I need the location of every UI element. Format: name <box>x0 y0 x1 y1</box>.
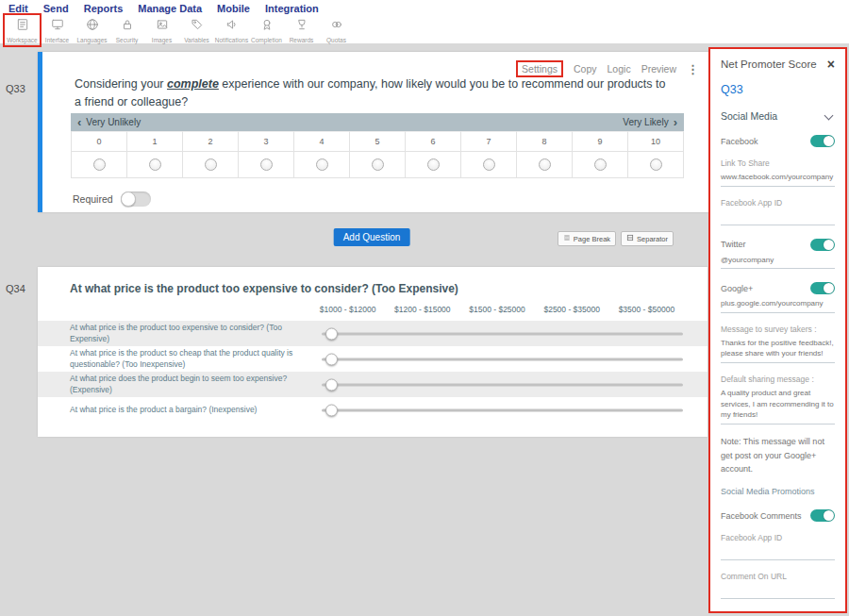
menu-reports[interactable]: Reports <box>84 3 124 14</box>
nps-radio[interactable] <box>594 158 607 171</box>
toolbar-item-completion[interactable]: Completion <box>249 15 284 45</box>
menu-mobile[interactable]: Mobile <box>217 3 250 14</box>
nps-value-cell: 10 <box>628 131 684 152</box>
toolbar-item-images[interactable]: Images <box>144 15 179 45</box>
slider-handle[interactable] <box>325 353 338 365</box>
facebook-toggle[interactable] <box>810 135 835 147</box>
survey-takers-message-input[interactable]: Thanks for the positive feedback!, pleas… <box>721 338 835 363</box>
add-question-button[interactable]: Add Question <box>334 228 410 246</box>
menu-manage-data[interactable]: Manage Data <box>138 3 202 14</box>
comment-on-url-input[interactable] <box>721 585 835 599</box>
facebook-comments-toggle[interactable] <box>810 509 835 522</box>
toolbar-item-label: Rewards <box>290 37 314 43</box>
toolbar: Workspace Interface Languages Security I… <box>0 15 849 45</box>
nps-radio-row <box>71 152 684 178</box>
price-slider[interactable] <box>322 321 683 346</box>
slider-handle[interactable] <box>325 378 338 391</box>
toolbar-item-security[interactable]: Security <box>109 15 144 45</box>
promotions-heading: Social Media Promotions <box>721 487 835 496</box>
question-text-pre: Considering your <box>75 77 167 91</box>
toolbar-item-quotas[interactable]: Quotas <box>319 15 354 45</box>
toolbar-item-label: Languages <box>76 37 107 43</box>
facebook-app-id-label: Facebook App ID <box>721 198 835 208</box>
logic-button[interactable]: Logic <box>608 63 631 75</box>
facebook-label: Facebook <box>721 137 758 146</box>
toolbar-item-interface[interactable]: Interface <box>40 15 75 45</box>
nps-scale: ‹ Very Unlikely Very Likely › 0 1 2 3 4 … <box>71 113 684 178</box>
price-column: $1200 - $15000 <box>385 305 459 314</box>
toolbar-item-notifications[interactable]: Notifications <box>214 15 249 45</box>
nps-radio[interactable] <box>372 158 384 171</box>
menu-edit[interactable]: Edit <box>8 3 28 14</box>
page-break-icon <box>563 234 571 243</box>
chevron-left-icon[interactable]: ‹ <box>77 116 81 128</box>
workspace-icon <box>16 18 29 35</box>
nps-radio[interactable] <box>650 158 662 171</box>
price-column: $2500 - $35000 <box>535 305 609 314</box>
nps-scale-header: ‹ Very Unlikely Very Likely › <box>71 113 684 131</box>
survey-editor-app: Edit Send Reports Manage Data Mobile Int… <box>0 0 849 616</box>
default-sharing-message-input[interactable]: A quality product and great services, I … <box>721 388 835 425</box>
row-label: At what price does the product begin to … <box>70 374 322 395</box>
question-text: Considering your complete experience wit… <box>75 75 669 111</box>
nps-radio[interactable] <box>427 158 440 171</box>
nps-radio-cell <box>406 152 461 178</box>
insert-options: Page Break Separator <box>558 231 674 246</box>
twitter-toggle[interactable] <box>810 239 835 251</box>
google-plus-url-input[interactable]: plus.google.com/yourcompany <box>721 298 835 313</box>
nps-radio[interactable] <box>93 158 106 171</box>
toolbar-item-workspace[interactable]: Workspace <box>5 15 40 45</box>
row-label: At what price is the product too expensi… <box>70 323 322 344</box>
nps-radio[interactable] <box>205 158 217 171</box>
price-slider[interactable] <box>322 372 683 397</box>
settings-panel: Net Promoter Score × Q33 Social Media Fa… <box>708 47 847 613</box>
toolbar-item-label: Images <box>152 37 172 43</box>
table-row: At what price is the product so cheap th… <box>38 346 708 372</box>
quotas-icon <box>330 18 343 35</box>
nps-value-cell: 7 <box>461 131 517 152</box>
page-break-label: Page Break <box>574 235 610 243</box>
notifications-icon <box>225 18 239 35</box>
scale-left-group: ‹ Very Unlikely <box>77 116 141 128</box>
more-menu-icon[interactable]: ⋮ <box>687 62 699 76</box>
facebook-app-id-input[interactable] <box>721 211 835 225</box>
link-to-share-input[interactable]: www.facebook.com/yourcompany <box>721 172 835 187</box>
preview-button[interactable]: Preview <box>641 63 676 75</box>
slider-handle[interactable] <box>325 327 338 340</box>
twitter-handle-input[interactable]: @yourcompany <box>721 255 835 270</box>
toolbar-item-label: Completion <box>251 37 282 43</box>
slider-track <box>322 332 683 335</box>
table-row: At what price is the product too expensi… <box>38 321 708 346</box>
nps-value-cell: 5 <box>350 131 406 152</box>
nps-radio[interactable] <box>316 158 328 171</box>
menu-integration[interactable]: Integration <box>265 3 319 14</box>
required-toggle[interactable] <box>121 191 151 207</box>
price-slider[interactable] <box>322 397 683 423</box>
slider-handle[interactable] <box>325 404 338 416</box>
close-icon[interactable]: × <box>827 58 835 71</box>
embed-twitter-timeline-toggle[interactable] <box>810 612 835 613</box>
nps-radio[interactable] <box>149 158 161 171</box>
google-plus-toggle[interactable] <box>810 282 835 294</box>
toolbar-item-variables[interactable]: Variables <box>179 15 214 45</box>
social-media-section-header[interactable]: Social Media <box>721 110 835 122</box>
chevron-down-icon <box>824 110 834 120</box>
nps-radio[interactable] <box>539 158 551 171</box>
page-break-button[interactable]: Page Break <box>558 231 616 246</box>
nps-radio[interactable] <box>483 158 495 171</box>
chevron-right-icon[interactable]: › <box>674 116 677 128</box>
nps-value-cell: 0 <box>72 131 127 152</box>
nps-radio[interactable] <box>260 158 273 171</box>
separator-button[interactable]: Separator <box>621 231 674 246</box>
price-slider-rows: At what price is the product too expensi… <box>38 321 708 423</box>
price-slider[interactable] <box>322 346 683 372</box>
menu-send[interactable]: Send <box>43 3 69 14</box>
nps-value-cell: 3 <box>239 131 294 152</box>
toolbar-item-rewards[interactable]: Rewards <box>284 15 319 45</box>
copy-button[interactable]: Copy <box>574 63 597 75</box>
google-plus-row: Google+ <box>721 282 835 294</box>
nps-value-cell: 2 <box>183 131 239 152</box>
nps-radio-cell <box>239 152 294 178</box>
facebook-app-id-2-input[interactable] <box>721 546 835 560</box>
toolbar-item-languages[interactable]: Languages <box>75 15 109 45</box>
